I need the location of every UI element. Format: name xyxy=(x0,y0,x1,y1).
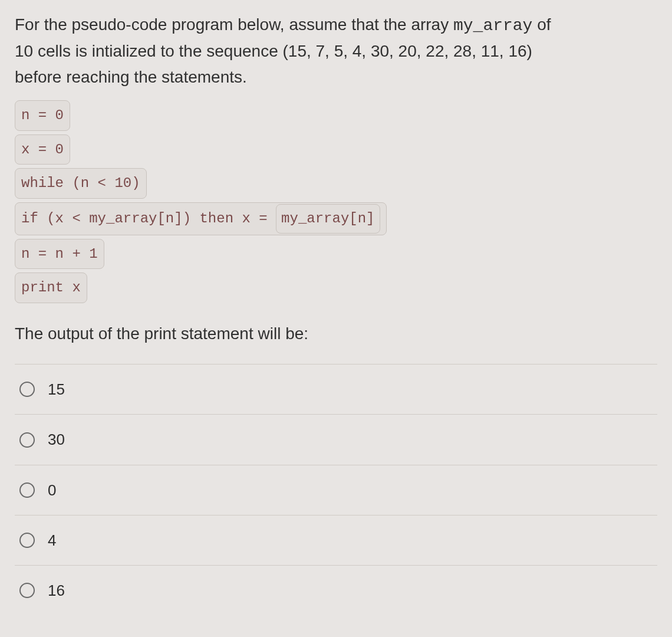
option-label: 30 xyxy=(48,428,65,451)
radio-icon[interactable] xyxy=(19,533,35,548)
radio-icon[interactable] xyxy=(19,482,35,498)
code-line-5: n = n + 1 xyxy=(15,239,104,270)
option-row[interactable]: 4 xyxy=(15,515,657,565)
code-line-2: x = 0 xyxy=(15,134,70,165)
code-text: if (x < my_array[n]) then x = xyxy=(21,211,276,226)
pseudocode-block: n = 0 x = 0 while (n < 10) if (x < my_ar… xyxy=(15,100,657,303)
radio-icon[interactable] xyxy=(19,382,35,397)
code-line-3: while (n < 10) xyxy=(15,168,147,199)
option-row[interactable]: 30 xyxy=(15,414,657,464)
question-part: before reaching the statements. xyxy=(15,68,247,86)
question-part: of xyxy=(532,15,551,34)
option-label: 16 xyxy=(48,579,65,602)
inline-code: my_array xyxy=(453,17,532,35)
code-line-4: if (x < my_array[n]) then x = my_array[n… xyxy=(15,202,387,235)
radio-icon[interactable] xyxy=(19,432,35,448)
option-label: 4 xyxy=(48,528,56,552)
options-list: 15 30 0 4 16 xyxy=(15,364,657,615)
question-part: For the pseudo-code program below, assum… xyxy=(15,15,453,34)
code-inner-chip: my_array[n] xyxy=(276,204,380,234)
question-text: For the pseudo-code program below, assum… xyxy=(15,12,657,90)
option-label: 0 xyxy=(48,478,56,502)
option-row[interactable]: 0 xyxy=(15,465,657,515)
code-line-6: print x xyxy=(15,272,87,303)
radio-icon[interactable] xyxy=(19,583,35,598)
option-row[interactable]: 16 xyxy=(15,565,657,615)
question-part: 10 cells is intialized to the sequence (… xyxy=(15,42,532,60)
option-label: 15 xyxy=(48,377,65,401)
code-line-1: n = 0 xyxy=(15,100,70,131)
followup-text: The output of the print statement will b… xyxy=(15,321,657,346)
option-row[interactable]: 15 xyxy=(15,364,657,414)
